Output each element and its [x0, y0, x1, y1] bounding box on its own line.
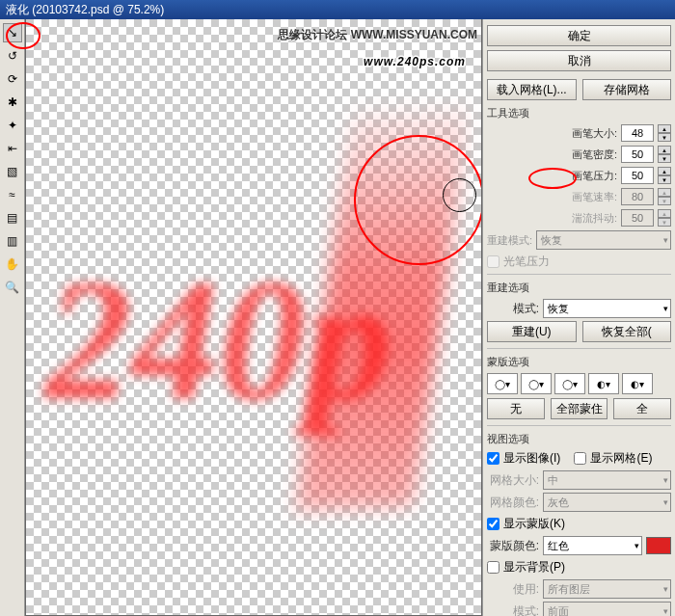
brush-density-row: 画笔密度: ▲▼	[487, 146, 671, 163]
canvas-area[interactable]: 240p 思缘设计论坛 WWW.MISSYUAN.COM www.240ps.c…	[25, 19, 482, 616]
tool-palette: ↘↺⟳✱✦⇤▧≈▤▥✋🔍	[0, 19, 25, 616]
freeze-mask-icon[interactable]: ▤	[3, 208, 22, 228]
ok-button[interactable]: 确定	[487, 25, 671, 46]
mesh-color-select: 灰色	[543, 493, 671, 512]
push-left-icon[interactable]: ⇤	[3, 139, 22, 158]
brush-pressure-label: 画笔压力:	[572, 169, 617, 183]
thaw-mask-icon[interactable]: ▥	[3, 231, 22, 251]
show-image-checkbox[interactable]	[487, 452, 500, 465]
brush-pressure-row: 画笔压力: ▲▼	[487, 167, 671, 184]
rebuild-mode-label: 模式:	[487, 301, 539, 317]
main-area: ↘↺⟳✱✦⇤▧≈▤▥✋🔍 240p 思缘设计论坛 WWW.MISSYUAN.CO…	[0, 19, 675, 616]
brush-rate-row: 画笔速率: ▲▼	[487, 188, 671, 205]
mesh-color-label: 网格颜色:	[487, 495, 539, 511]
brush-size-label: 画笔大小:	[572, 126, 617, 141]
brush-size-input[interactable]	[621, 124, 654, 142]
mask-color-select[interactable]: 红色	[543, 536, 642, 555]
section-mask: 蒙版选项	[487, 355, 671, 369]
options-panel: 确定 取消 载入网格(L)... 存储网格 工具选项 画笔大小: ▲▼ 画笔密度…	[482, 19, 675, 616]
show-mesh-label: 显示网格(E)	[590, 450, 652, 467]
turb-jitter-spinner: ▲▼	[658, 209, 671, 227]
watermark-site: 思缘设计论坛 WWW.MISSYUAN.COM	[278, 27, 477, 43]
mesh-size-label: 网格大小:	[487, 472, 539, 489]
section-view: 视图选项	[487, 432, 671, 446]
mesh-size-select: 中	[543, 470, 671, 490]
mask-mode-2[interactable]: ◯▾	[521, 373, 552, 394]
reconstruct-mode-label: 重建模式:	[487, 233, 532, 248]
brush-pressure-spinner[interactable]: ▲▼	[658, 167, 671, 184]
mask-thumbs: ◯▾ ◯▾ ◯▾ ◐▾ ◐▾	[487, 373, 671, 394]
hand-icon[interactable]: ✋	[3, 254, 22, 274]
show-bg-checkbox[interactable]	[487, 561, 500, 574]
brush-pressure-input[interactable]	[621, 167, 654, 184]
mirror-icon[interactable]: ▧	[3, 162, 22, 181]
show-mesh-checkbox[interactable]	[574, 452, 586, 465]
blend-select: 前面	[543, 602, 671, 616]
mask-invert-button[interactable]: 全	[613, 398, 671, 419]
section-tool-options: 工具选项	[487, 106, 671, 121]
reconstruct-mode-row: 重建模式: 恢复	[487, 230, 671, 250]
mask-color-label: 蒙版颜色:	[487, 538, 539, 554]
pen-pressure-checkbox	[487, 255, 500, 268]
brush-rate-input	[621, 188, 654, 205]
rebuild-button[interactable]: 重建(U)	[487, 321, 577, 342]
twirl-cw-icon[interactable]: ⟳	[3, 69, 22, 89]
blend-label: 模式:	[487, 603, 539, 617]
artwork-text: 240p	[45, 280, 392, 401]
turb-jitter-label: 湍流抖动:	[572, 211, 617, 226]
mask-color-swatch[interactable]	[646, 537, 671, 554]
mask-all-button[interactable]: 全部蒙住	[551, 398, 608, 419]
turbulence-icon[interactable]: ≈	[3, 185, 22, 204]
reconstruct-icon[interactable]: ↺	[3, 46, 22, 66]
use-select: 所有图层	[543, 579, 671, 599]
brush-rate-label: 画笔速率:	[572, 190, 617, 204]
zoom-icon[interactable]: 🔍	[3, 278, 22, 297]
show-mask-checkbox[interactable]	[487, 518, 500, 530]
mask-mode-3[interactable]: ◯▾	[554, 373, 585, 394]
brush-density-spinner[interactable]: ▲▼	[658, 146, 671, 163]
title-bar: 液化 (20103742.psd @ 75.2%)	[0, 0, 675, 19]
use-label: 使用:	[487, 581, 539, 598]
bloat-icon[interactable]: ✦	[3, 116, 22, 135]
pen-pressure-label: 光笔压力	[503, 254, 550, 270]
brush-size-spinner[interactable]: ▲▼	[658, 124, 671, 142]
save-mesh-button[interactable]: 存储网格	[582, 79, 672, 100]
mask-mode-1[interactable]: ◯▾	[487, 373, 518, 394]
rebuild-mode-select[interactable]: 恢复	[543, 299, 671, 318]
pen-pressure-row: 光笔压力	[487, 254, 671, 270]
show-bg-label: 显示背景(P)	[503, 559, 565, 576]
turb-jitter-input	[621, 209, 654, 227]
watermark-logo: www.240ps.com	[364, 46, 466, 71]
brush-density-input[interactable]	[621, 146, 654, 163]
brush-size-row: 画笔大小: ▲▼	[487, 124, 671, 142]
forward-warp-icon[interactable]: ↘	[3, 23, 22, 42]
brush-rate-spinner: ▲▼	[658, 188, 671, 205]
window-title: 液化 (20103742.psd @ 75.2%)	[6, 2, 164, 18]
brush-density-label: 画笔密度:	[572, 147, 617, 162]
cancel-button[interactable]: 取消	[487, 50, 671, 71]
load-mesh-button[interactable]: 载入网格(L)...	[487, 79, 577, 100]
mask-mode-4[interactable]: ◐▾	[588, 373, 619, 394]
section-rebuild: 重建选项	[487, 281, 671, 295]
turb-jitter-row: 湍流抖动: ▲▼	[487, 209, 671, 227]
mask-none-button[interactable]: 无	[487, 398, 545, 419]
mask-mode-5[interactable]: ◐▾	[622, 373, 653, 394]
restore-all-button[interactable]: 恢复全部(	[582, 321, 672, 342]
show-image-label: 显示图像(I)	[503, 450, 560, 467]
reconstruct-mode-select: 恢复	[536, 230, 671, 250]
pucker-icon[interactable]: ✱	[3, 93, 22, 112]
show-mask-label: 显示蒙版(K)	[503, 516, 565, 532]
